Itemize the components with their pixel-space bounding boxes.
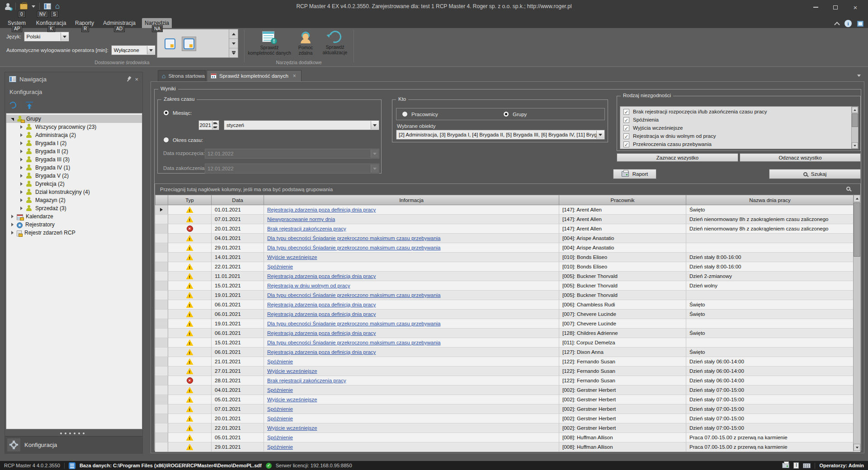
- sidebar-item-konfiguracja[interactable]: Konfiguracja: [5, 436, 142, 453]
- grid-row[interactable]: ×20.01.2021Brak rejestracji zakończenia …: [155, 224, 860, 234]
- expander-icon[interactable]: [19, 133, 24, 138]
- close-button[interactable]: ×: [845, 1, 865, 14]
- navigation-window-icon[interactable]: [44, 3, 51, 9]
- help-icon[interactable]: i: [844, 20, 852, 27]
- column-header[interactable]: Typ: [168, 195, 212, 205]
- incident-link[interactable]: Dla typu obecności Śniadanie przekroczon…: [267, 245, 441, 250]
- grid-row[interactable]: !06.01.2021Rejestracja zdarzenia poza de…: [155, 348, 860, 357]
- gallery-expand-icon[interactable]: [229, 48, 238, 57]
- grid-row[interactable]: !15.01.2021Rejestracja w dniu wolnym od …: [155, 281, 860, 291]
- language-select[interactable]: Polski: [24, 32, 69, 42]
- expander-open-icon[interactable]: [10, 117, 15, 122]
- incident-link[interactable]: Rejestracja zdarzenia poza definicją dni…: [267, 273, 376, 279]
- scroll-down-icon[interactable]: [854, 444, 860, 451]
- checkbox-checked-icon[interactable]: ✓: [623, 125, 629, 131]
- grid-row[interactable]: !04.01.2021Dla typu obecności Śniadanie …: [155, 234, 860, 243]
- grid-row[interactable]: !22.01.2021Wyjście wcześniejsze[002]: Ge…: [155, 423, 860, 433]
- tree-item[interactable]: Grupy: [6, 115, 142, 123]
- expander-icon[interactable]: [19, 206, 24, 211]
- incident-link[interactable]: Spóźnienie: [267, 416, 293, 421]
- remote-help-button[interactable]: Pomoc zdalna: [293, 29, 318, 56]
- incident-link[interactable]: Spóźnienie: [267, 406, 293, 412]
- refresh-icon[interactable]: [9, 100, 18, 109]
- tree-item[interactable]: Wszyscy pracownicy (23): [6, 123, 142, 131]
- close-tab-icon[interactable]: ×: [293, 73, 296, 79]
- grid-row[interactable]: !06.01.2021Rejestracja zdarzenia poza de…: [155, 300, 860, 310]
- chevron-down-icon[interactable]: [32, 5, 35, 8]
- expander-icon[interactable]: [19, 165, 24, 170]
- incident-link[interactable]: Niewypracowanie normy dnia: [267, 216, 335, 222]
- incident-link[interactable]: Brak rejestracji zakończenia pracy: [267, 378, 346, 383]
- expander-icon[interactable]: [10, 230, 15, 235]
- incident-link[interactable]: Rejestracja zdarzenia poza definicją dni…: [267, 311, 376, 317]
- tree-item[interactable]: Brygada V (2): [6, 172, 142, 180]
- grid-row[interactable]: !07.01.2021Spóźnienie[002]: Gerstner Her…: [155, 404, 860, 414]
- chevron-down-icon[interactable]: [596, 131, 604, 139]
- grid-row[interactable]: !15.01.2021Dla typu obecności Śniadanie …: [155, 338, 860, 348]
- gallery-up-icon[interactable]: [229, 29, 238, 39]
- grid-row[interactable]: !19.01.2021Dla typu obecności Śniadanie …: [155, 291, 860, 300]
- tree-item[interactable]: Brygada I (2): [6, 139, 142, 147]
- keyboard-icon[interactable]: [803, 463, 811, 468]
- incident-link[interactable]: Rejestracja zdarzenia poza definicją dni…: [267, 330, 376, 336]
- grid-row[interactable]: ×28.01.2021Brak rejestracji zakończenia …: [155, 376, 860, 385]
- incident-link[interactable]: Spóźnienie: [267, 359, 293, 364]
- autologout-select[interactable]: Wyłączone: [111, 45, 156, 55]
- discrepancy-option[interactable]: ✓Niewypracowanie normy dnia: [620, 148, 858, 149]
- scrollbar-thumb[interactable]: [854, 202, 860, 257]
- incident-link[interactable]: Dla typu obecności Śniadanie przekroczon…: [267, 292, 441, 298]
- discrepancy-option[interactable]: ✓Brak rejestracji rozpoczęcia i/lub zako…: [620, 108, 858, 116]
- incident-link[interactable]: Dla typu obecności Śniadanie przekroczon…: [267, 340, 441, 345]
- expander-icon[interactable]: [19, 149, 24, 154]
- grid-row[interactable]: !05.01.2021Wyjście wcześniejsze[002]: Ge…: [155, 395, 860, 404]
- tree-item[interactable]: Dział konstrukcyjny (4): [6, 188, 142, 196]
- grid-row[interactable]: !22.01.2021Spóźnienie[010]: Bonds Eliseo…: [155, 262, 860, 272]
- objects-select[interactable]: [2] Administracja, [3] Brygada I, [4] Br…: [396, 130, 605, 140]
- discrepancy-option[interactable]: ✓Rejestracja w dniu wolnym od pracy: [620, 132, 858, 140]
- check-data-completeness-button[interactable]: ! Sprawdź kompletność danych: [248, 29, 291, 56]
- incident-link[interactable]: Spóźnienie: [267, 387, 293, 393]
- grid-row[interactable]: !11.01.2021Rejestracja zdarzenia poza de…: [155, 272, 860, 281]
- checkbox-checked-icon[interactable]: ✓: [623, 133, 629, 139]
- splitter-handle[interactable]: [60, 432, 62, 434]
- tab-list-icon[interactable]: [857, 75, 861, 77]
- expander-icon[interactable]: [19, 141, 24, 146]
- incident-link[interactable]: Dla typu obecności Śniadanie przekroczon…: [267, 235, 441, 241]
- checkbox-checked-icon[interactable]: ✓: [623, 117, 629, 123]
- checklist-scrollbar[interactable]: [851, 107, 858, 149]
- grid-row[interactable]: !14.01.2021Wyjście wcześniejsze[010]: Bo…: [155, 253, 860, 262]
- tree-item[interactable]: Brygada II (2): [6, 147, 142, 155]
- expander-icon[interactable]: [10, 222, 15, 227]
- incident-link[interactable]: Rejestracja zdarzenia poza definicją dni…: [267, 302, 376, 307]
- scrollbar-thumb[interactable]: [852, 113, 858, 127]
- tree-item[interactable]: Brygada IV (1): [6, 164, 142, 172]
- incident-link[interactable]: Dla typu obecności Śniadanie przekroczon…: [267, 321, 441, 326]
- grid-row[interactable]: !01.01.2021Rejestracja zdarzenia poza de…: [155, 205, 860, 215]
- grid-row[interactable]: !06.01.2021Rejestracja zdarzenia poza de…: [155, 310, 860, 319]
- chevron-down-icon[interactable]: [371, 121, 378, 129]
- scroll-down-icon[interactable]: [852, 142, 858, 149]
- report-button[interactable]: Raport: [613, 169, 656, 179]
- checkbox-checked-icon[interactable]: ✓: [623, 109, 629, 115]
- tab-strona-startowa[interactable]: ⌂ Strona startowa ×: [158, 70, 206, 81]
- incident-link[interactable]: Rejestracja zdarzenia poza definicją dni…: [267, 207, 376, 212]
- briefcase-icon[interactable]: [20, 4, 28, 9]
- expander-icon[interactable]: [19, 190, 24, 195]
- home-shortcut-icon[interactable]: ⌂: [55, 3, 60, 10]
- expander-icon[interactable]: [19, 125, 24, 130]
- tree-item[interactable]: Kalendarze: [6, 212, 142, 221]
- pin-icon[interactable]: [125, 75, 133, 83]
- discrepancy-option[interactable]: ✓Wyjścia wcześniejsze: [620, 124, 858, 132]
- spin-down-icon[interactable]: [212, 125, 218, 129]
- close-icon[interactable]: ×: [135, 76, 138, 82]
- grid-scrollbar[interactable]: [853, 195, 860, 451]
- expander-icon[interactable]: [19, 182, 24, 187]
- chevron-down-icon[interactable]: [147, 46, 155, 54]
- printer-status-icon[interactable]: [782, 463, 789, 468]
- incident-link[interactable]: Wyjście wcześniejsze: [267, 368, 317, 374]
- grid-row[interactable]: !05.01.2021Spóźnienie[008]: Huffman Alli…: [155, 433, 860, 442]
- incident-link[interactable]: Spóźnienie: [267, 264, 293, 269]
- incident-link[interactable]: Rejestracja w dniu wolnym od pracy: [267, 283, 350, 288]
- grid-row[interactable]: !04.01.2021Spóźnienie[002]: Gerstner Her…: [155, 385, 860, 395]
- tab-sprawdz-kompletnosc[interactable]: Sprawdź kompletność danych ×: [207, 70, 302, 81]
